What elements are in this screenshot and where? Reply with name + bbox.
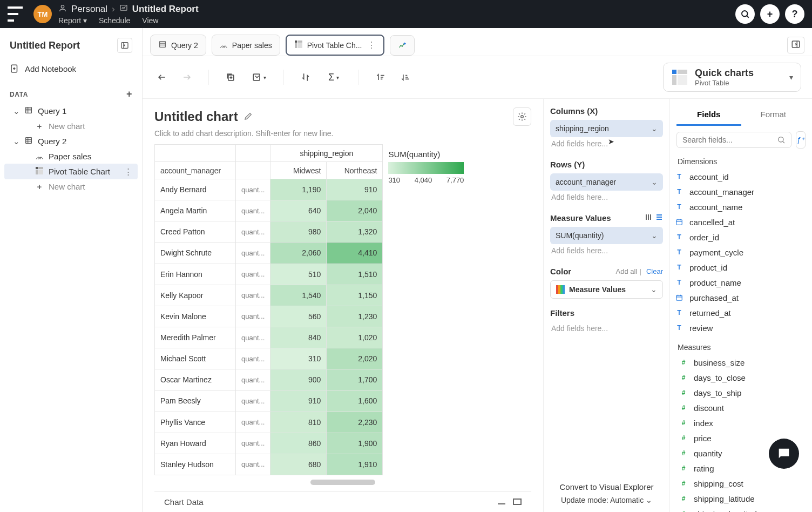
tab-fields[interactable]: Fields (676, 104, 741, 126)
app-logo-icon[interactable] (8, 6, 23, 22)
menu-schedule[interactable]: Schedule (99, 16, 130, 25)
col-header-northeast[interactable]: Northeast (327, 162, 383, 179)
table-row[interactable]: Erin Hannonquant...5101,510 (155, 264, 383, 285)
field-cancelled_at[interactable]: cancelled_at (670, 214, 812, 230)
field-discount[interactable]: #discount (674, 400, 808, 415)
field-product_name[interactable]: Tproduct_name (670, 275, 812, 290)
update-mode[interactable]: Update mode: Automatic ⌄ (550, 496, 663, 504)
collapse-sidebar-button[interactable] (117, 38, 132, 53)
redo-button[interactable] (178, 69, 195, 86)
tree-item-paper-sales[interactable]: ᨏPaper sales (4, 149, 138, 164)
table-row[interactable]: Creed Pattonquant...9801,320 (155, 221, 383, 242)
field-purchased_at[interactable]: purchased_at (670, 290, 812, 305)
table-row[interactable]: Michael Scottquant...3102,020 (155, 348, 383, 369)
search-button[interactable] (735, 4, 755, 24)
chart-data-tab[interactable]: Chart Data (164, 497, 204, 507)
menu-view[interactable]: View (142, 16, 158, 25)
help-button[interactable]: ? (785, 4, 804, 24)
table-row[interactable]: Pam Beeslyquant...9101,600 (155, 390, 383, 412)
horizontal-scrollbar[interactable] (310, 480, 375, 485)
table-row[interactable]: Oscar Martinezquant...9001,700 (155, 369, 383, 390)
field-days_to_ship[interactable]: #days_to_ship (674, 385, 808, 400)
measure-layout-rows-icon[interactable] (655, 213, 663, 223)
field-business_size[interactable]: #business_size (674, 355, 808, 370)
convert-visual-explorer[interactable]: Convert to Visual Explorer (550, 478, 663, 496)
table-row[interactable]: Ryan Howardquant...8601,900 (155, 433, 383, 454)
measure-layout-cols-icon[interactable] (645, 213, 652, 223)
tree-item-new-chart[interactable]: +New chart (4, 119, 138, 133)
field-payment_cycle[interactable]: Tpayment_cycle (670, 245, 812, 260)
sort-asc-button[interactable] (372, 69, 389, 86)
table-row[interactable]: Phyllis Vancequant...8102,230 (155, 412, 383, 433)
field-review[interactable]: Treview (670, 320, 812, 335)
tree-item-query-2[interactable]: ⌄Query 2 (4, 133, 138, 149)
add-button[interactable]: + (760, 4, 780, 24)
avatar[interactable]: TM (33, 5, 52, 23)
chat-bubble-button[interactable] (769, 439, 799, 469)
measure-pill[interactable]: SUM(quantity)⌄ (550, 227, 663, 244)
table-row[interactable]: Meredith Palmerquant...8401,020 (155, 327, 383, 348)
report-name[interactable]: Untitled Report (132, 4, 199, 15)
table-row[interactable]: Kelly Kapoorquant...1,5401,150 (155, 285, 383, 306)
measure-add-hint[interactable]: Add fields here... (550, 244, 663, 257)
search-fields-input[interactable] (682, 136, 777, 144)
aggregate-dropdown[interactable]: Σ▾ (322, 69, 346, 86)
field-index[interactable]: #index (674, 415, 808, 430)
swap-axes-button[interactable] (297, 69, 314, 86)
sort-desc-button[interactable] (397, 69, 414, 86)
undo-button[interactable] (153, 69, 171, 86)
workspace-name[interactable]: Personal (71, 4, 107, 15)
field-account_id[interactable]: Taccount_id (670, 169, 812, 184)
maximize-data-icon[interactable] (513, 497, 522, 507)
minimize-data-icon[interactable] (497, 497, 506, 507)
duplicate-button[interactable] (222, 69, 239, 86)
add-data-button[interactable]: + (126, 89, 132, 100)
table-row[interactable]: Andy Bernardquant...1,190910 (155, 179, 383, 200)
edit-title-icon[interactable] (243, 111, 253, 123)
svg-rect-27 (676, 295, 682, 300)
field-returned_at[interactable]: Treturned_at (670, 305, 812, 320)
search-fields-box[interactable] (676, 132, 791, 148)
tab-format[interactable]: Format (741, 104, 806, 126)
field-product_id[interactable]: Tproduct_id (670, 260, 812, 275)
color-pill[interactable]: Measure Values⌄ (550, 280, 663, 299)
chart-settings-button[interactable] (513, 107, 531, 126)
tab-menu-icon[interactable]: ⋮ (366, 40, 376, 50)
columns-pill[interactable]: shipping_region⌄ (550, 120, 663, 137)
tree-item-new-chart[interactable]: +New chart (4, 179, 138, 194)
table-row[interactable]: Kevin Malonequant...5601,230 (155, 306, 383, 327)
tabs-row: Query 2ᨏPaper salesPivot Table Ch...⋮ (143, 28, 812, 56)
field-days_to_close[interactable]: #days_to_close (674, 370, 808, 385)
table-row[interactable]: Stanley Hudsonquant...6801,910 (155, 454, 383, 475)
item-menu-icon[interactable]: ⋮ (122, 167, 134, 177)
tab-query-2[interactable]: Query 2 (150, 35, 206, 56)
tab-paper-sales[interactable]: ᨏPaper sales (212, 35, 280, 56)
color-add-all[interactable]: Add all (616, 267, 638, 275)
filters-add-hint[interactable]: Add fields here... (550, 322, 663, 335)
table-row[interactable]: Angela Martinquant...6402,040 (155, 200, 383, 221)
table-row[interactable]: Dwight Schrutequant...2,0604,410 (155, 242, 383, 264)
field-shipping_cost[interactable]: #shipping_cost (674, 476, 808, 491)
col-header-midwest[interactable]: Midwest (270, 162, 327, 179)
field-account_name[interactable]: Taccount_name (670, 199, 812, 214)
chart-title[interactable]: Untitled chart (154, 109, 238, 124)
rows-add-hint[interactable]: Add fields here... (550, 191, 663, 204)
quick-charts-selector[interactable]: Quick charts Pivot Table ▾ (663, 63, 801, 92)
menu-report[interactable]: Report ▾ (58, 16, 87, 25)
field-account_manager[interactable]: Taccount_manager (670, 184, 812, 199)
tab-pivot-table-ch-[interactable]: Pivot Table Ch...⋮ (286, 35, 385, 56)
tree-item-pivot-table-chart[interactable]: Pivot Table Chart⋮ (4, 164, 138, 179)
chart-description[interactable]: Click to add chart description. Shift-en… (154, 129, 531, 138)
export-dropdown[interactable]: ▾ (247, 69, 270, 86)
add-chart-tab[interactable] (390, 35, 415, 56)
add-notebook-button[interactable]: Add Notebook (4, 59, 138, 78)
color-clear[interactable]: Clear (646, 267, 663, 275)
rows-pill[interactable]: account_manager⌄ (550, 173, 663, 191)
columns-add-hint[interactable]: Add fields here... (550, 137, 663, 150)
tree-item-query-1[interactable]: ⌄Query 1 (4, 103, 138, 119)
field-shipping_longitude[interactable]: #shipping_longitude (674, 506, 808, 512)
field-order_id[interactable]: Torder_id (670, 230, 812, 245)
add-formula-button[interactable]: ƒ⁺ (796, 131, 806, 149)
expand-panel-button[interactable] (787, 37, 804, 53)
field-shipping_latitude[interactable]: #shipping_latitude (674, 491, 808, 506)
